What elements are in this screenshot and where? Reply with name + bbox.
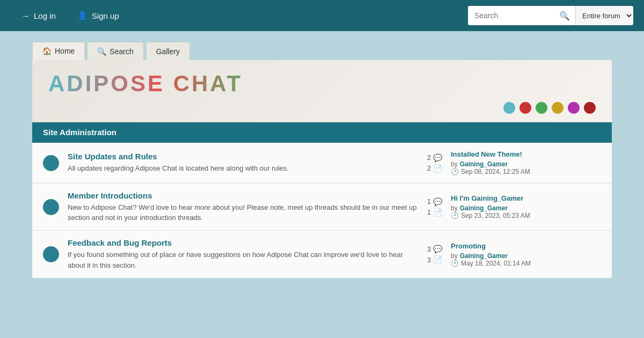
- forum-info: Feedback and Bug Reports If you found so…: [68, 238, 418, 270]
- stat-row-threads: 1 📄: [427, 208, 442, 217]
- clock-icon: 🕐: [451, 168, 459, 175]
- stat-row-threads: 2 📄: [427, 164, 442, 173]
- banner-area: ADIPOSE CHAT: [32, 60, 612, 122]
- tab-search-label: Search: [109, 47, 133, 56]
- top-navigation: → Log in 👤 Sign up 🔍 Entire forum: [0, 0, 644, 31]
- last-post-date-row: 🕐 Sep 08, 2024, 12:25 AM: [451, 168, 601, 175]
- signup-label: Sign up: [92, 11, 119, 20]
- forum-stats: 1 💬 1 📄: [426, 197, 442, 217]
- search-input[interactable]: [468, 6, 554, 25]
- forum-row: Site Updates and Rules All updates regar…: [32, 143, 612, 183]
- forum-last-post: Hi I'm Gaining_Gamer by Gaining_Gamer 🕐 …: [451, 194, 601, 219]
- forum-info: Site Updates and Rules All updates regar…: [68, 152, 418, 173]
- home-icon: 🏠: [42, 47, 52, 55]
- login-button[interactable]: → Log in: [11, 0, 67, 31]
- color-dot-2: [519, 102, 531, 114]
- top-nav-left: → Log in 👤 Sign up: [11, 0, 130, 31]
- last-post-meta: by Gaining_Gamer: [451, 252, 601, 260]
- last-post-date: Sep 23, 2023, 05:23 AM: [461, 212, 530, 219]
- last-post-by: by: [451, 204, 458, 212]
- last-post-date: May 18, 2024, 01:14 AM: [461, 260, 531, 267]
- threads-count: 2: [427, 164, 431, 172]
- forum-info: Member Introductions New to Adipose Chat…: [68, 191, 418, 223]
- last-post-author[interactable]: Gaining_Gamer: [460, 160, 508, 168]
- forum-description: If you found something out of place or h…: [68, 251, 403, 269]
- tab-search[interactable]: 🔍 Search: [87, 42, 143, 60]
- threads-icon: 📄: [433, 255, 442, 264]
- last-post-title-link[interactable]: Promoting: [451, 242, 601, 250]
- tab-home[interactable]: 🏠 Home: [32, 42, 85, 60]
- last-post-meta: by Gaining_Gamer: [451, 204, 601, 212]
- last-post-author[interactable]: Gaining_Gamer: [460, 204, 508, 212]
- forum-container: ADIPOSE CHAT Site Administration Site Up…: [32, 60, 612, 278]
- site-administration-section: Site Administration Site Updates and Rul…: [32, 122, 612, 278]
- search-icon[interactable]: 🔍: [554, 6, 575, 25]
- color-dot-1: [503, 102, 515, 114]
- last-post-date-row: 🕐 May 18, 2024, 01:14 AM: [451, 260, 601, 267]
- clock-icon: 🕐: [451, 260, 459, 267]
- forum-title-link[interactable]: Member Introductions: [68, 191, 418, 200]
- forum-row: Member Introductions New to Adipose Chat…: [32, 183, 612, 231]
- last-post-title-link[interactable]: Installed New Theme!: [451, 150, 601, 158]
- banner-title: ADIPOSE CHAT: [48, 71, 596, 97]
- last-post-by: by: [451, 160, 458, 168]
- forum-status-icon: [43, 199, 59, 215]
- threads-icon: 📄: [433, 164, 442, 173]
- stat-row-posts: 1 💬: [427, 197, 442, 206]
- forum-title-link[interactable]: Site Updates and Rules: [68, 152, 418, 161]
- last-post-by: by: [451, 252, 458, 260]
- stat-row-posts: 3 💬: [427, 245, 442, 253]
- threads-count: 1: [427, 208, 431, 216]
- posts-icon: 💬: [433, 153, 442, 162]
- tab-gallery-label: Gallery: [156, 47, 180, 56]
- last-post-title-link[interactable]: Hi I'm Gaining_Gamer: [451, 194, 601, 202]
- stat-row-posts: 2 💬: [427, 153, 442, 162]
- color-dot-6: [584, 102, 596, 114]
- threads-icon: 📄: [433, 208, 442, 217]
- forum-last-post: Installed New Theme! by Gaining_Gamer 🕐 …: [451, 150, 601, 175]
- search-bar: 🔍 Entire forum: [468, 6, 633, 25]
- forum-status-icon: [43, 246, 59, 262]
- last-post-date-row: 🕐 Sep 23, 2023, 05:23 AM: [451, 212, 601, 219]
- forum-stats: 2 💬 2 📄: [426, 153, 442, 173]
- last-post-author[interactable]: Gaining_Gamer: [460, 252, 508, 260]
- top-nav-right: 🔍 Entire forum: [468, 6, 633, 25]
- forum-stats: 3 💬 3 📄: [426, 245, 442, 264]
- posts-icon: 💬: [433, 245, 442, 253]
- forum-last-post: Promoting by Gaining_Gamer 🕐 May 18, 202…: [451, 242, 601, 267]
- section-header: Site Administration: [32, 122, 612, 143]
- search-scope-select[interactable]: Entire forum: [575, 6, 633, 25]
- main-wrapper: 🏠 Home 🔍 Search Gallery ADIPOSE CHAT: [0, 31, 644, 289]
- posts-icon: 💬: [433, 197, 442, 206]
- color-dot-5: [568, 102, 580, 114]
- last-post-meta: by Gaining_Gamer: [451, 160, 601, 168]
- forum-description: New to Adipose Chat? We'd love to hear m…: [68, 203, 416, 222]
- signup-icon: 👤: [77, 11, 87, 20]
- color-dots: [48, 102, 596, 114]
- color-dot-4: [552, 102, 564, 114]
- forum-title-link[interactable]: Feedback and Bug Reports: [68, 238, 418, 247]
- search-tab-icon: 🔍: [97, 47, 106, 56]
- forum-status-icon: [43, 155, 59, 171]
- posts-count: 3: [427, 245, 431, 253]
- forum-description: All updates regarding Adipose Chat is lo…: [68, 164, 289, 172]
- posts-count: 2: [427, 153, 431, 161]
- clock-icon: 🕐: [451, 212, 459, 219]
- signup-button[interactable]: 👤 Sign up: [67, 0, 130, 31]
- stat-row-threads: 3 📄: [427, 255, 442, 264]
- tab-home-label: Home: [55, 47, 75, 55]
- sub-navigation: 🏠 Home 🔍 Search Gallery: [32, 42, 612, 60]
- tab-gallery[interactable]: Gallery: [146, 42, 190, 60]
- last-post-date: Sep 08, 2024, 12:25 AM: [461, 168, 530, 175]
- section-title: Site Administration: [43, 128, 116, 137]
- posts-count: 1: [427, 197, 431, 205]
- threads-count: 3: [427, 256, 431, 264]
- forum-row: Feedback and Bug Reports If you found so…: [32, 231, 612, 277]
- login-icon: →: [21, 11, 30, 20]
- color-dot-3: [536, 102, 547, 114]
- login-label: Log in: [34, 11, 56, 20]
